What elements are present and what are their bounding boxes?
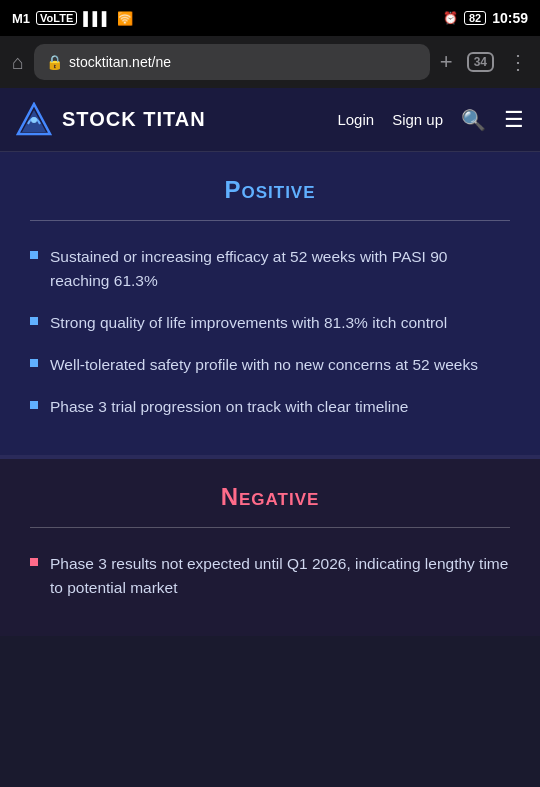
battery-indicator: 82 [464, 11, 486, 25]
tab-count-badge[interactable]: 34 [467, 52, 494, 72]
shield-secure-icon: 🔒 [46, 54, 63, 70]
bullet-text: Phase 3 results not expected until Q1 20… [50, 552, 510, 600]
positive-divider [30, 220, 510, 221]
main-content: Positive Sustained or increasing efficac… [0, 152, 540, 636]
browser-bar: ⌂ 🔒 stocktitan.net/ne + 34 ⋮ [0, 36, 540, 88]
status-bar: M1 VoLTE ▌▌▌ 🛜 ⏰ 82 10:59 [0, 0, 540, 36]
url-text: stocktitan.net/ne [69, 54, 418, 70]
wifi-icon: 🛜 [117, 11, 133, 26]
list-item: Well-tolerated safety profile with no ne… [30, 353, 510, 377]
site-header: STOCK TITAN Login Sign up 🔍 ☰ [0, 88, 540, 152]
bullet-text: Phase 3 trial progression on track with … [50, 395, 408, 419]
new-tab-button[interactable]: + [440, 49, 453, 75]
menu-icon[interactable]: ☰ [504, 107, 524, 133]
svg-point-2 [31, 117, 37, 123]
volte-badge: VoLTE [36, 11, 77, 25]
list-item: Phase 3 trial progression on track with … [30, 395, 510, 419]
browser-actions: + 34 ⋮ [440, 49, 528, 75]
login-link[interactable]: Login [337, 111, 374, 128]
positive-bullet-list: Sustained or increasing efficacy at 52 w… [30, 245, 510, 419]
bullet-marker [30, 251, 38, 259]
home-icon[interactable]: ⌂ [12, 51, 24, 74]
bullet-marker [30, 317, 38, 325]
negative-divider [30, 527, 510, 528]
list-item: Phase 3 results not expected until Q1 20… [30, 552, 510, 600]
status-carrier: M1 VoLTE ▌▌▌ 🛜 [12, 11, 133, 26]
status-right: ⏰ 82 10:59 [443, 10, 528, 26]
negative-title: Negative [30, 483, 510, 511]
main-nav: Login Sign up 🔍 ☰ [337, 107, 524, 133]
bullet-marker [30, 558, 38, 566]
logo-area: STOCK TITAN [16, 102, 337, 138]
list-item: Sustained or increasing efficacy at 52 w… [30, 245, 510, 293]
signup-link[interactable]: Sign up [392, 111, 443, 128]
search-icon[interactable]: 🔍 [461, 108, 486, 132]
site-title: STOCK TITAN [62, 108, 206, 131]
bullet-text: Sustained or increasing efficacy at 52 w… [50, 245, 510, 293]
bullet-text: Strong quality of life improvements with… [50, 311, 447, 335]
logo-icon [16, 102, 52, 138]
more-options-icon[interactable]: ⋮ [508, 50, 528, 74]
list-item: Strong quality of life improvements with… [30, 311, 510, 335]
bullet-marker [30, 401, 38, 409]
alarm-icon: ⏰ [443, 11, 458, 25]
positive-title: Positive [30, 176, 510, 204]
negative-bullet-list: Phase 3 results not expected until Q1 20… [30, 552, 510, 600]
address-bar[interactable]: 🔒 stocktitan.net/ne [34, 44, 430, 80]
time-display: 10:59 [492, 10, 528, 26]
bullet-marker [30, 359, 38, 367]
signal-icon: ▌▌▌ [83, 11, 111, 26]
negative-section: Negative Phase 3 results not expected un… [0, 459, 540, 636]
bullet-text: Well-tolerated safety profile with no ne… [50, 353, 478, 377]
positive-section: Positive Sustained or increasing efficac… [0, 152, 540, 459]
